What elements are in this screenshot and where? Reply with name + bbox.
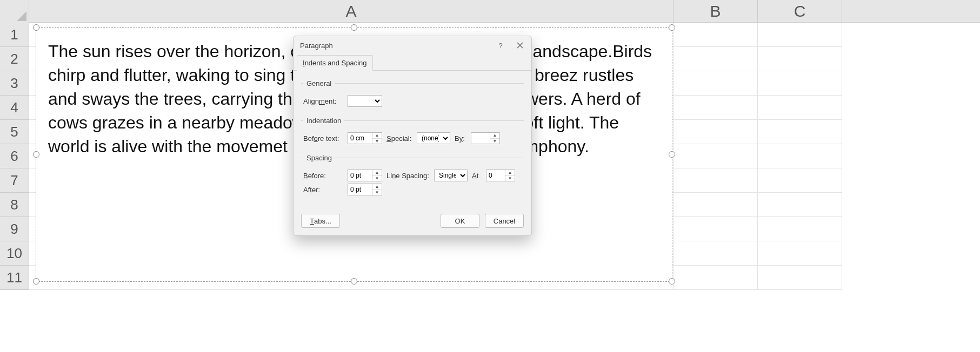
legend-spacing: Spacing — [303, 154, 335, 162]
row-header-6[interactable]: 6 — [0, 144, 29, 168]
row-headers: 1 2 3 4 5 6 7 8 9 10 11 — [0, 23, 29, 290]
label-spacing-after: After: — [303, 186, 343, 194]
group-indentation: Indentation Before text: ▲▼ Special: (no… — [301, 117, 524, 148]
before-text-input[interactable] — [348, 133, 372, 144]
row-header-9[interactable]: 9 — [0, 217, 29, 241]
label-before-text: Before text: — [303, 134, 343, 143]
spin-up-icon[interactable]: ▲ — [505, 170, 515, 176]
dialog-titlebar[interactable]: Paragraph ? — [294, 36, 531, 55]
row-header-2[interactable]: 2 — [0, 47, 29, 71]
spacing-after-input[interactable] — [348, 184, 372, 195]
group-general: General Alignment: — [301, 79, 524, 111]
at-input[interactable] — [486, 170, 505, 181]
cancel-button[interactable]: Cancel — [485, 214, 524, 228]
svg-marker-0 — [17, 11, 26, 21]
row-header-5[interactable]: 5 — [0, 120, 29, 144]
resize-handle-bottom-left[interactable] — [33, 278, 39, 285]
spin-up-icon[interactable]: ▲ — [372, 133, 382, 139]
dialog-title: Paragraph — [300, 42, 333, 50]
spacing-before-input[interactable] — [348, 170, 372, 181]
paragraph-dialog: Paragraph ? Indents and Spacing General … — [293, 36, 532, 236]
dialog-body: General Alignment: Indentation Before te… — [294, 71, 531, 208]
tab-indents-spacing[interactable]: Indents and Spacing — [297, 55, 373, 71]
spin-down-icon[interactable]: ▼ — [372, 176, 382, 181]
spin-up-icon[interactable]: ▲ — [372, 184, 382, 190]
row-header-8[interactable]: 8 — [0, 193, 29, 217]
before-text-spinner[interactable]: ▲▼ — [348, 132, 382, 144]
group-spacing: Spacing Before: ▲▼ Line Spacing: Single — [301, 154, 524, 200]
row-header-3[interactable]: 3 — [0, 71, 29, 96]
label-by: By: — [455, 134, 466, 143]
label-line-spacing: Line Spacing: — [386, 172, 430, 180]
label-spacing-before: Before: — [303, 172, 343, 180]
spin-down-icon[interactable]: ▼ — [372, 139, 382, 144]
by-input[interactable] — [471, 133, 490, 144]
resize-handle-bottom-middle[interactable] — [351, 278, 357, 285]
select-all-corner[interactable] — [0, 0, 29, 23]
resize-handle-top-right[interactable] — [669, 24, 675, 31]
legend-general: General — [303, 79, 335, 87]
label-alignment: Alignment: — [303, 97, 343, 105]
dialog-help-button[interactable]: ? — [496, 40, 505, 50]
row-header-1[interactable]: 1 — [0, 23, 29, 47]
row-header-10[interactable]: 10 — [0, 241, 29, 266]
alignment-select[interactable] — [348, 95, 382, 107]
by-spinner[interactable]: ▲▼ — [471, 132, 500, 144]
column-header-A[interactable]: A — [29, 0, 674, 22]
spin-down-icon[interactable]: ▼ — [490, 139, 499, 144]
spacing-after-spinner[interactable]: ▲▼ — [348, 184, 382, 195]
special-select[interactable]: (none) — [417, 132, 450, 144]
spin-up-icon[interactable]: ▲ — [372, 170, 382, 176]
spreadsheet-app: A B C 1 2 3 4 5 6 7 8 9 10 11 — [0, 0, 980, 352]
line-spacing-select[interactable]: Single — [434, 170, 468, 181]
at-spinner[interactable]: ▲▼ — [486, 170, 515, 181]
dialog-footer: Tabs... OK Cancel — [294, 208, 531, 235]
resize-handle-top-left[interactable] — [33, 24, 39, 31]
spacing-before-spinner[interactable]: ▲▼ — [348, 170, 382, 181]
legend-indentation: Indentation — [303, 117, 344, 125]
dialog-close-button[interactable] — [515, 40, 525, 50]
column-header-C[interactable]: C — [758, 0, 842, 22]
label-at: At — [472, 172, 482, 180]
resize-handle-middle-left[interactable] — [33, 151, 39, 158]
resize-handle-bottom-right[interactable] — [669, 278, 675, 285]
label-special: Special: — [386, 134, 412, 143]
column-header-row: A B C — [0, 0, 980, 23]
column-header-B[interactable]: B — [674, 0, 758, 22]
resize-handle-top-middle[interactable] — [351, 24, 357, 31]
ok-button[interactable]: OK — [441, 214, 479, 228]
tabs-button[interactable]: Tabs... — [301, 214, 340, 228]
row-header-4[interactable]: 4 — [0, 96, 29, 120]
spin-down-icon[interactable]: ▼ — [505, 176, 515, 181]
spin-up-icon[interactable]: ▲ — [490, 133, 499, 139]
spin-down-icon[interactable]: ▼ — [372, 190, 382, 195]
dialog-tabs: Indents and Spacing — [294, 55, 531, 71]
row-header-11[interactable]: 11 — [0, 266, 29, 290]
row-header-7[interactable]: 7 — [0, 168, 29, 193]
resize-handle-middle-right[interactable] — [669, 151, 675, 158]
